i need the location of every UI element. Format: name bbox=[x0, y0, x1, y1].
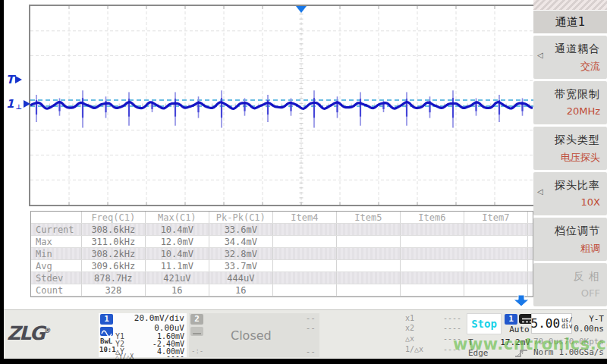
table-row-label: Max bbox=[31, 236, 81, 248]
table-cell bbox=[527, 260, 533, 272]
table-cell: 32.8mV bbox=[209, 248, 272, 260]
table-cell bbox=[527, 272, 533, 284]
sidebar-item-label: 探头类型 bbox=[555, 133, 600, 147]
trigger-marker-arrow-icon bbox=[15, 76, 22, 83]
channel1-status-block[interactable]: 1 20.0mV/div 0.00uV BwL 10:1 Y1 1.60mV Y… bbox=[99, 313, 187, 357]
table-column-header: Item4 bbox=[272, 212, 336, 224]
channel-marker-arrow-icon bbox=[24, 100, 30, 108]
table-cell bbox=[527, 236, 533, 248]
table-column-header bbox=[31, 212, 81, 224]
table-cell bbox=[272, 248, 336, 260]
sidebar-item-value: 交流 bbox=[580, 60, 600, 74]
sidebar-item-label: 反 相 bbox=[574, 270, 600, 284]
table-cell: 10.4mV bbox=[145, 224, 209, 236]
table-cell: 311.0kHz bbox=[81, 236, 145, 248]
sidebar-item-value: 20MHz bbox=[567, 105, 600, 117]
table-cell: 16 bbox=[209, 284, 272, 297]
menu-page-down-arrow-icon[interactable] bbox=[511, 295, 531, 310]
trigger-delay: 0.00ns bbox=[574, 324, 604, 334]
table-column-header: Item5 bbox=[336, 212, 400, 224]
sidebar-item-value: 粗调 bbox=[580, 242, 600, 256]
table-cell: 33.7mV bbox=[209, 260, 272, 272]
table-cell: 308.2kHz bbox=[81, 248, 145, 260]
table-row-label: Count bbox=[31, 284, 81, 297]
table-cell: 328 bbox=[81, 284, 145, 297]
table-cell: 309.6kHz bbox=[81, 260, 145, 272]
ac-coupling-icon bbox=[100, 327, 113, 336]
table-cell: 12.0mV bbox=[145, 236, 209, 248]
trigger-source-badge: 1 bbox=[505, 314, 517, 325]
ch1-probe-ratio: 10:1 bbox=[99, 346, 116, 353]
table-row: Max311.0kHz12.0mV34.4mV bbox=[31, 236, 533, 248]
table-row: Min308.2kHz10.4mV32.8mV bbox=[31, 248, 533, 260]
sidebar-top-hatch bbox=[533, 0, 607, 10]
table-cell bbox=[527, 248, 533, 260]
table-cell bbox=[527, 224, 533, 236]
table-row: Avg309.6kHz11.1mV33.7mV bbox=[31, 260, 533, 272]
table-cell: 421uV bbox=[145, 272, 209, 284]
table-column-header: Item6 bbox=[400, 212, 464, 224]
sidebar-item-value: OFF bbox=[581, 287, 600, 299]
table-cell bbox=[272, 236, 336, 248]
sidebar-item[interactable]: 探头类型电压探头 bbox=[533, 127, 607, 170]
measurement-table: Freq(C1)Max(C1)Pk-Pk(C1)Item4Item5Item6I… bbox=[30, 211, 533, 297]
trigger-marker-label: T bbox=[6, 73, 14, 86]
table-cell bbox=[336, 272, 400, 284]
sidebar-item[interactable]: ◁探头比率10X bbox=[533, 172, 607, 215]
ch2-extra: -- bbox=[306, 347, 316, 356]
table-cell bbox=[336, 248, 400, 260]
table-cell bbox=[272, 284, 336, 297]
table-cell bbox=[400, 272, 464, 284]
sidebar-item-label: 档位调节 bbox=[555, 224, 600, 238]
bezel-left bbox=[0, 0, 4, 364]
sidebar-title: 通道1 bbox=[533, 11, 607, 33]
sidebar-item[interactable]: ◁通道耦合交流 bbox=[533, 36, 607, 79]
sidebar-item[interactable]: 档位调节粗调 bbox=[533, 218, 607, 261]
table-cell bbox=[272, 260, 336, 272]
sidebar-item[interactable]: 带宽限制20MHz bbox=[533, 81, 607, 124]
channel2-badge: 2 bbox=[190, 314, 203, 325]
x2-value: ---- bbox=[443, 324, 461, 332]
table-cell: 33.6mV bbox=[209, 224, 272, 236]
ch2-coupling-icon bbox=[190, 327, 203, 336]
sidebar-item[interactable]: 反 相OFF bbox=[533, 263, 607, 306]
table-header-row: Freq(C1)Max(C1)Pk-Pk(C1)Item4Item5Item6I… bbox=[31, 212, 533, 224]
timebase-scale-box[interactable]: 5.00 us/ div bbox=[531, 313, 572, 334]
table-column-header: Max(C1) bbox=[145, 212, 209, 224]
table-row-label: Avg bbox=[31, 260, 81, 272]
sidebar-item-value: 电压探头 bbox=[561, 151, 600, 165]
invdx-label: 1/△x bbox=[405, 345, 423, 353]
table-column-header: Pk-Pk(C1) bbox=[209, 212, 272, 224]
table-cell: 878.7Hz bbox=[81, 272, 145, 284]
table-cell: 308.6kHz bbox=[81, 224, 145, 236]
channel1-ground-marker[interactable]: 1 ⊥ bbox=[6, 97, 30, 111]
table-cell: 11.1mV bbox=[145, 260, 209, 272]
bezel-bottom bbox=[0, 359, 607, 364]
table-cell bbox=[400, 284, 464, 297]
run-stop-state[interactable]: Stop bbox=[467, 313, 502, 334]
channel2-status-block[interactable]: 2 -- -- Closed -:- -- bbox=[189, 313, 319, 357]
trigger-level-marker[interactable]: T bbox=[6, 73, 22, 86]
table-cell bbox=[336, 224, 400, 236]
table-row-label: Stdev bbox=[31, 272, 81, 284]
table-row: Count3281616 bbox=[31, 284, 533, 297]
zlg-logo: ZLG® bbox=[7, 322, 51, 344]
channel-marker-label: 1 bbox=[6, 97, 14, 111]
table-cell bbox=[464, 224, 527, 236]
table-cell bbox=[272, 224, 336, 236]
table-column-header: Item8 bbox=[527, 212, 533, 224]
table-column-header: Item7 bbox=[464, 212, 527, 224]
table-cell bbox=[272, 272, 336, 284]
table-cell bbox=[464, 260, 527, 272]
table-row: Current308.6kHz10.4mV33.6mV bbox=[31, 224, 533, 236]
table-cell bbox=[464, 248, 527, 260]
table-cell bbox=[400, 236, 464, 248]
trigger-mode: Auto bbox=[505, 325, 534, 334]
sidebar-item-label: 带宽限制 bbox=[555, 88, 600, 102]
dx-label: △x bbox=[405, 334, 414, 343]
oscilloscope-screen: T 1 ⊥ Freq(C1)Max(C1)Pk-Pk(C1)Item4Item5… bbox=[0, 0, 607, 364]
x1-label: x1 bbox=[405, 314, 414, 322]
waveform-display[interactable] bbox=[29, 5, 535, 206]
ch2-scale: -- bbox=[306, 313, 316, 323]
table-row-label: Current bbox=[31, 224, 81, 236]
